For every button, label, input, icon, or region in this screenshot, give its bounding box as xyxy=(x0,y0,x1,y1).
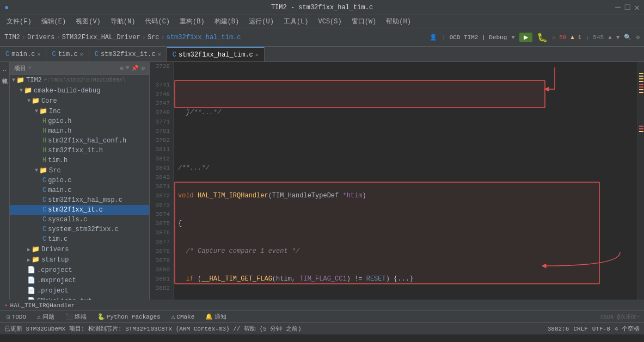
tree-drivers[interactable]: ▶ 📁 Drivers xyxy=(10,244,149,254)
structure-label[interactable]: 结构 xyxy=(0,62,9,69)
settings-icon[interactable]: ⚙ xyxy=(636,34,640,41)
tree-system[interactable]: C system_stm32f1xx.c xyxy=(10,225,149,234)
sidebar-gear[interactable]: ⚙ xyxy=(120,65,124,72)
tree-startup[interactable]: ▶ 📁 startup xyxy=(10,254,149,265)
tab-it-c[interactable]: C stm32f1xx_it.c ✕ xyxy=(89,47,167,61)
tree-it-c[interactable]: C stm32f1xx_it.c xyxy=(10,205,149,215)
tree-mxproject[interactable]: 📄 .mxproject xyxy=(10,275,149,285)
bottom-tab-todo[interactable]: ☑ TODO xyxy=(4,313,28,320)
menu-window[interactable]: 窗口(W) xyxy=(347,16,381,27)
tree-tim-c[interactable]: C tim.c xyxy=(10,234,149,244)
title-left: ● xyxy=(4,3,216,12)
debug-btn2[interactable]: 🐛 xyxy=(537,32,548,43)
startup-label: startup xyxy=(41,256,69,264)
sidebar-pin[interactable]: 📌 xyxy=(131,65,139,72)
main-h-label: main.h xyxy=(48,127,71,135)
menu-build[interactable]: 构建(B) xyxy=(210,16,244,27)
tab-close-main[interactable]: ✕ xyxy=(37,51,40,58)
tree-cproject[interactable]: 📄 .cproject xyxy=(10,265,149,275)
tab-close-tim[interactable]: ✕ xyxy=(80,51,83,58)
tree-cmake-build[interactable]: ▼ 📁 cmake-build-debug xyxy=(10,85,149,96)
root-arrow: ▼ xyxy=(12,77,15,83)
indent: 4 个空格 xyxy=(615,325,640,333)
core-label: Core xyxy=(41,97,57,105)
sidebar-toolbar: ⚙ ≡ 📌 ⚙ xyxy=(120,65,145,72)
it-h-icon: H xyxy=(42,147,46,154)
code-area[interactable]: 3728 3741 3746 3747 3748 3771 3781 3782 … xyxy=(150,62,644,300)
tab-close-hal[interactable]: ✕ xyxy=(255,52,259,58)
tree-syscalls[interactable]: C syscalls.c xyxy=(10,215,149,225)
breadcrumb-src[interactable]: Src xyxy=(148,34,160,41)
tab-close-it[interactable]: ✕ xyxy=(158,51,161,58)
bottom-tab-cmake[interactable]: △ CMake xyxy=(169,313,197,320)
menu-vcs[interactable]: VCS(S) xyxy=(314,17,346,27)
hal-conf-icon: H xyxy=(42,137,46,145)
tree-tim-h[interactable]: H tim.h xyxy=(10,156,149,165)
tree-it-h[interactable]: H stm32f1xx_it.h xyxy=(10,146,149,156)
sidebar-list[interactable]: ≡ xyxy=(126,65,130,72)
code-line-3746: void HAL_TIM_IRQHandler(TIM_HandleTypeDe… xyxy=(178,191,640,201)
inc-arrow: ▼ xyxy=(35,108,38,114)
tree-root[interactable]: ▼ 📁 TIM2 F:\mcu\stm32\STM32CubeMX\ xyxy=(10,75,149,85)
tree-msp-c[interactable]: C stm32f1xx_hal_msp.c xyxy=(10,195,149,205)
bottom-tab-notifications[interactable]: 🔔 通知 xyxy=(203,313,229,321)
tree-cmakelists[interactable]: 📄 CMakeLists.txt xyxy=(10,296,149,300)
chevron-down[interactable]: ▼ xyxy=(616,34,620,41)
code-editor[interactable]: 3728 3741 3746 3747 3748 3771 3781 3782 … xyxy=(150,62,644,300)
menu-refactor[interactable]: 重构(B) xyxy=(175,16,209,27)
menu-tools[interactable]: 工具(L) xyxy=(279,16,313,27)
close-btn[interactable]: ✕ xyxy=(634,2,640,13)
cproject-icon: 📄 xyxy=(27,266,35,274)
tab-hal-tim-c[interactable]: C stm32f1xx_hal_tim.c ✕ xyxy=(167,47,265,61)
menu-nav[interactable]: 导航(N) xyxy=(106,16,140,27)
tree-main-h[interactable]: H main.h xyxy=(10,126,149,136)
gpio-c-label: gpio.c xyxy=(48,177,71,184)
project-icon: 📄 xyxy=(27,287,35,295)
sidebar-arrow: ▼ xyxy=(28,65,32,71)
menu-view[interactable]: 视图(V) xyxy=(71,16,105,27)
tab-main-c[interactable]: C main.c ✕ xyxy=(0,47,46,61)
tree-src[interactable]: ▼ 📁 Src xyxy=(10,165,149,176)
annotation-overlay xyxy=(174,62,644,300)
breadcrumb-drivers[interactable]: Drivers xyxy=(27,34,54,41)
menu-run[interactable]: 运行(U) xyxy=(244,16,278,27)
breadcrumb-tim2[interactable]: TIM2 xyxy=(4,34,20,41)
tree-gpio-c[interactable]: C gpio.c xyxy=(10,176,149,185)
cmake-arrow: ▼ xyxy=(20,88,23,94)
breadcrumb-file[interactable]: stm32f1xx_hal_tim.c xyxy=(167,34,241,41)
code-content[interactable]: }/**...*/ /**...*/ void HAL_TIM_IRQHandl… xyxy=(174,62,644,300)
run-button[interactable]: ▶ xyxy=(519,33,532,42)
scroll-mark-9 xyxy=(639,126,643,127)
menu-help[interactable]: 帮助(H) xyxy=(382,16,415,27)
chevron-up[interactable]: ▲ xyxy=(608,34,612,41)
minimize-btn[interactable]: ─ xyxy=(615,3,621,13)
maximize-btn[interactable]: □ xyxy=(625,3,630,13)
bottom-tab-terminal[interactable]: ⬛ 终端 xyxy=(63,313,89,321)
tree-main-c[interactable]: C main.c xyxy=(10,185,149,195)
src-arrow: ▼ xyxy=(35,167,38,173)
window-title: TIM2 - stm32f1xx_hal_tim.c xyxy=(216,4,428,11)
scrollbar-map[interactable] xyxy=(637,62,644,300)
tree-core[interactable]: ▼ 📁 Core xyxy=(10,96,149,106)
tab-tim-c[interactable]: C tim.c ✕ xyxy=(46,47,89,61)
bottom-tab-python[interactable]: 🐍 Python Packages xyxy=(95,313,163,320)
tab-label-hal: stm32f1xx_hal_tim.c xyxy=(179,51,253,59)
search-icon[interactable]: 🔍 xyxy=(624,34,631,41)
sep1: › xyxy=(22,34,26,41)
mxproject-icon: 📄 xyxy=(27,276,35,284)
menu-edit[interactable]: 编辑(E) xyxy=(37,16,71,27)
sidebar-settings2[interactable]: ⚙ xyxy=(141,65,145,72)
tree-project[interactable]: 📄 .project xyxy=(10,285,149,296)
tab-icon-main: C xyxy=(5,51,9,58)
favorites-label[interactable]: 收藏 xyxy=(0,71,9,77)
menu-file[interactable]: 文件(F) xyxy=(2,16,36,27)
debug-config-label: OCD TIM2 | Debug xyxy=(450,34,507,41)
bottom-tab-issues[interactable]: ⚠ 问题 xyxy=(35,313,57,321)
tree-gpio-h[interactable]: H gpio.h xyxy=(10,116,149,126)
tree-hal-conf-h[interactable]: H stm32f1xx_hal_conf.h xyxy=(10,136,149,146)
tab-icon-hal: C xyxy=(173,51,176,59)
menu-code[interactable]: 代码(C) xyxy=(140,16,174,27)
tree-inc[interactable]: ▼ 📁 Inc xyxy=(10,106,149,116)
toolbar-sep: | xyxy=(441,34,445,41)
breadcrumb-hal[interactable]: STM32F1xx_HAL_Driver xyxy=(62,34,140,41)
